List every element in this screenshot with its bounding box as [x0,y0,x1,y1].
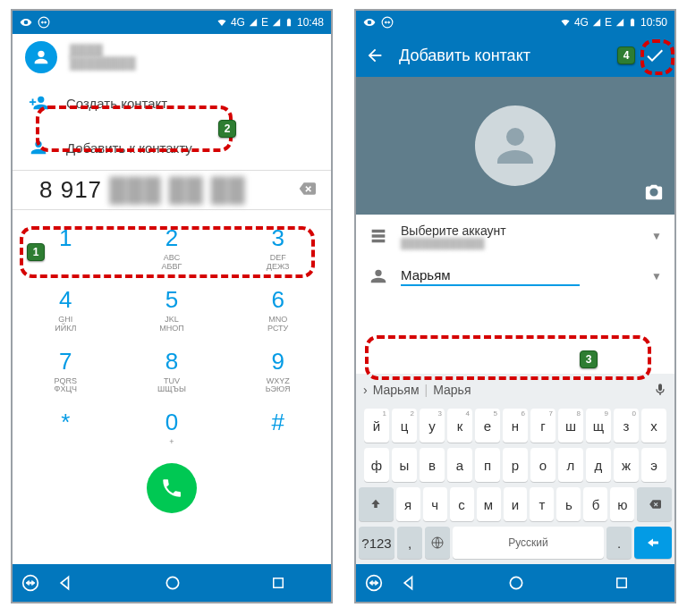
key-ж[interactable]: ж [614,448,639,482]
create-contact-label: Создать контакт [66,96,167,111]
key-л[interactable]: л [558,448,583,482]
contact-suggestion[interactable]: ████ ████████ [13,34,331,80]
key-space[interactable]: Русский [453,527,604,559]
dialpad-key-0[interactable]: 0+ [119,400,225,452]
key-у[interactable]: у3 [420,409,445,443]
account-field[interactable]: Выберите аккаунт ████████████ ▼ [356,215,674,257]
key-г[interactable]: г7 [530,409,556,443]
nav-home-icon[interactable] [164,574,182,592]
save-check-icon[interactable] [644,45,666,66]
key-р[interactable]: р [503,448,528,482]
dialpad-key-#[interactable]: # [225,400,331,452]
dialpad-key-7[interactable]: 7PQRSФХЦЧ [13,339,119,401]
dialpad-key-4[interactable]: 4GHIИЙКЛ [13,277,119,339]
account-value: ████████████ [401,238,639,249]
key-м[interactable]: м [477,487,501,521]
status-bar: 4G E 10:48 [13,11,331,34]
key-в[interactable]: в [420,448,445,482]
key-и[interactable]: и [504,487,528,521]
key-ц[interactable]: ц2 [392,409,417,443]
key-numsym[interactable]: ?123 [359,527,394,559]
keyboard-suggestions: › Марьям | Марья [356,374,674,406]
dialpad-key-*[interactable]: * [13,400,119,452]
key-ф[interactable]: ф [364,448,389,482]
dialpad-key-6[interactable]: 6MNOРСТУ [225,277,331,339]
teamviewer-icon [381,16,394,29]
annotation-badge-1: 1 [27,243,45,261]
nav-recent-icon[interactable] [614,575,630,591]
name-field[interactable]: Марьям ▼ [356,257,674,295]
teamviewer-icon[interactable] [21,574,39,592]
phone-add-contact-screen: 4G E 10:50 Добавить контакт Выберите акк… [354,9,676,603]
signal-icon [592,18,601,27]
key-н[interactable]: н6 [503,409,528,443]
annotation-badge-2: 2 [218,120,236,138]
wifi-icon [216,17,227,28]
person-icon [29,138,48,157]
key-э[interactable]: э [641,448,666,482]
key-д[interactable]: д [586,448,611,482]
key-enter[interactable] [634,527,672,559]
number-visible: 8 917 [39,176,102,204]
battery-icon [284,17,293,28]
account-icon [369,226,388,246]
key-й[interactable]: й1 [364,409,389,443]
key-я[interactable]: я [396,487,420,521]
key-ю[interactable]: ю [610,487,634,521]
dialpad-key-8[interactable]: 8TUVШЩЪЫ [119,339,225,401]
nav-home-icon[interactable] [507,574,525,592]
battery-icon [628,17,637,28]
key-backspace[interactable] [637,487,672,521]
network-4g: 4G [231,16,245,29]
key-с[interactable]: с [450,487,474,521]
suggestion-1[interactable]: Марьям [373,383,420,397]
avatar-icon [25,41,57,73]
key-к[interactable]: к4 [447,409,472,443]
nav-recent-icon[interactable] [270,575,286,591]
wifi-icon [560,17,571,28]
key-е[interactable]: е5 [475,409,500,443]
nav-back-icon[interactable] [57,574,75,592]
nav-back-icon[interactable] [401,574,419,592]
key-comma[interactable]: , [397,527,422,559]
key-ч[interactable]: ч [423,487,447,521]
key-т[interactable]: т [530,487,554,521]
dialpad-key-3[interactable]: 3DEFДЕЖЗ [225,215,331,277]
key-ш[interactable]: ш8 [558,409,583,443]
mic-icon[interactable] [653,383,667,397]
call-button[interactable] [147,463,197,513]
key-ы[interactable]: ы [392,448,417,482]
camera-icon[interactable] [644,182,664,206]
suggest-sub: ████████ [70,57,136,70]
key-б[interactable]: б [583,487,607,521]
dialpad-key-5[interactable]: 5JKLМНОП [119,277,225,339]
annotation-badge-3: 3 [580,350,598,368]
add-to-contact-label: Добавить к контакту [66,140,192,156]
chevron-down-icon: ▼ [651,230,662,242]
backspace-button[interactable] [295,180,318,201]
contact-photo-area[interactable] [356,77,674,215]
name-input[interactable]: Марьям [401,267,580,286]
key-shift[interactable] [359,487,394,521]
dialpad-key-2[interactable]: 2ABCАБВГ [119,215,225,277]
key-globe[interactable] [425,527,450,559]
chevron-down-icon[interactable]: ▼ [651,270,662,283]
teamviewer-icon[interactable] [365,574,383,592]
suggestion-2[interactable]: Марья [433,383,471,397]
person-add-icon [29,93,48,113]
eye-icon [20,16,32,29]
create-contact-item[interactable]: Создать контакт [13,80,331,125]
avatar-placeholder-icon [475,105,556,186]
back-arrow-icon[interactable] [365,46,385,65]
key-period[interactable]: . [606,527,632,559]
key-х[interactable]: х [641,409,666,443]
dialpad-key-9[interactable]: 9WXYZЬЭЮЯ [225,339,331,401]
key-з[interactable]: з0 [614,409,639,443]
add-to-contact-item[interactable]: Добавить к контакту [13,125,331,170]
key-щ[interactable]: щ9 [586,409,611,443]
key-ь[interactable]: ь [556,487,581,521]
key-о[interactable]: о [530,448,556,482]
key-а[interactable]: а [447,448,472,482]
expand-icon[interactable]: › [363,383,368,397]
key-п[interactable]: п [475,448,500,482]
